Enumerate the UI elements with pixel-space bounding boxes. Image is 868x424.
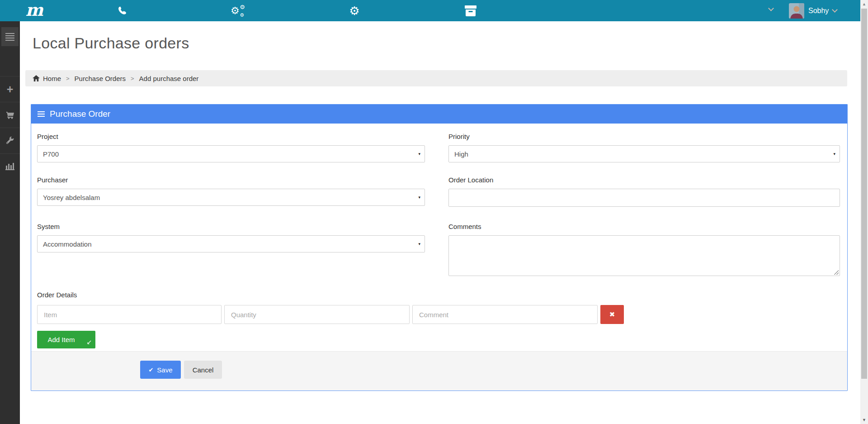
system-select-value: Accommodation bbox=[43, 240, 92, 248]
main-content: Local Purchase orders Home > Purchase Or… bbox=[20, 21, 860, 424]
vertical-scrollbar[interactable]: ▲ ▼ bbox=[860, 0, 868, 424]
comments-textarea[interactable] bbox=[448, 235, 840, 276]
cogs-icon-glyph: ⚙︎⚙︎⚙︎ bbox=[231, 4, 246, 18]
list-lines-icon bbox=[38, 110, 45, 118]
save-label: Save bbox=[157, 366, 172, 374]
cancel-button[interactable]: Cancel bbox=[184, 361, 222, 379]
chevron-down-icon: ▾ bbox=[418, 195, 420, 200]
user-name: Sobhy bbox=[808, 7, 829, 15]
user-avatar bbox=[789, 3, 804, 19]
purchaser-select[interactable]: Yosrey abdelsalam ▾ bbox=[37, 189, 425, 206]
x-icon: ✖ bbox=[609, 310, 615, 319]
order-location-label: Order Location bbox=[448, 176, 840, 184]
sidebar-toggle-button[interactable] bbox=[1, 27, 19, 46]
system-label: System bbox=[37, 223, 425, 231]
user-menu[interactable]: Sobhy bbox=[789, 0, 837, 21]
scroll-up-arrow[interactable]: ▲ bbox=[860, 2, 868, 6]
phone-icon[interactable] bbox=[108, 0, 137, 21]
purchaser-select-value: Yosrey abdelsalam bbox=[43, 194, 100, 201]
chevron-down-icon bbox=[832, 7, 838, 13]
quantity-input[interactable] bbox=[224, 305, 410, 324]
hamburger-menu-icon bbox=[5, 32, 14, 42]
project-label: Project bbox=[37, 133, 425, 141]
order-detail-row: ✖ bbox=[37, 305, 840, 324]
purchase-order-panel: Purchase Order Project P700 ▾ Priority H… bbox=[31, 104, 848, 391]
comments-label: Comments bbox=[448, 223, 840, 231]
order-details-section: Order Details ✖ Add Item bbox=[37, 291, 840, 348]
sidebar-item-tools[interactable] bbox=[0, 128, 20, 153]
phone-icon-glyph bbox=[117, 5, 127, 16]
check-icon: ✔ bbox=[148, 367, 153, 373]
breadcrumb: Home > Purchase Orders > Add purchase or… bbox=[25, 70, 847, 86]
order-details-label: Order Details bbox=[37, 291, 840, 299]
add-item-button[interactable]: Add Item bbox=[37, 331, 95, 348]
save-button[interactable]: ✔ Save bbox=[140, 361, 181, 379]
home-icon bbox=[33, 75, 40, 81]
project-select[interactable]: P700 ▾ bbox=[37, 145, 425, 162]
comments-field: Comments bbox=[448, 223, 840, 276]
purchaser-field: Purchaser Yosrey abdelsalam ▾ bbox=[37, 176, 425, 207]
scroll-down-arrow[interactable]: ▼ bbox=[860, 418, 868, 422]
panel-header: Purchase Order bbox=[31, 105, 847, 124]
item-input[interactable] bbox=[37, 305, 222, 324]
gear-icon-glyph: ⚙︎ bbox=[349, 5, 359, 17]
priority-select[interactable]: High ▾ bbox=[448, 145, 840, 162]
archive-box-icon-glyph bbox=[465, 5, 476, 16]
add-item-label: Add Item bbox=[47, 336, 75, 343]
panel-title: Purchase Order bbox=[50, 109, 110, 119]
priority-label: Priority bbox=[448, 133, 840, 141]
breadcrumb-home-link[interactable]: Home bbox=[33, 75, 61, 82]
page-title: Local Purchase orders bbox=[33, 33, 860, 53]
project-field: Project P700 ▾ bbox=[37, 133, 425, 162]
sidebar-item-add[interactable]: + bbox=[0, 76, 20, 102]
wrench-icon bbox=[6, 137, 14, 145]
purchaser-label: Purchaser bbox=[37, 176, 425, 184]
arrow-down-left-icon bbox=[87, 340, 91, 345]
cogs-icon[interactable]: ⚙︎⚙︎⚙︎ bbox=[224, 0, 253, 21]
top-navbar: m ⚙︎⚙︎⚙︎ ⚙︎ Sobhy bbox=[0, 0, 868, 21]
chevron-down-icon: ▾ bbox=[418, 152, 420, 156]
scrollbar-thumb[interactable] bbox=[861, 9, 867, 379]
breadcrumb-current: Add purchase order bbox=[139, 75, 199, 82]
breadcrumb-separator: > bbox=[66, 75, 70, 82]
project-select-value: P700 bbox=[43, 150, 59, 158]
chevron-down-icon: ▾ bbox=[833, 152, 835, 156]
shopping-cart-icon bbox=[6, 111, 14, 119]
breadcrumb-home-label: Home bbox=[43, 75, 61, 82]
breadcrumb-purchase-orders-link[interactable]: Purchase Orders bbox=[75, 75, 126, 82]
bar-chart-icon bbox=[5, 163, 14, 170]
comment-input[interactable] bbox=[412, 305, 598, 324]
panel-body: Project P700 ▾ Priority High ▾ Purchaser… bbox=[31, 124, 847, 351]
sidebar-item-reports[interactable] bbox=[0, 153, 20, 179]
brand-logo[interactable]: m bbox=[21, 0, 48, 21]
order-location-input[interactable] bbox=[448, 189, 840, 207]
panel-footer: ✔ Save Cancel bbox=[31, 351, 847, 391]
gear-icon[interactable]: ⚙︎ bbox=[340, 0, 369, 21]
chevron-down-icon: ▾ bbox=[418, 242, 420, 246]
sidebar-item-purchases[interactable] bbox=[0, 102, 20, 128]
order-location-field: Order Location bbox=[448, 176, 840, 207]
breadcrumb-separator: > bbox=[131, 75, 134, 82]
archive-box-icon[interactable] bbox=[456, 0, 485, 21]
priority-select-value: High bbox=[454, 150, 468, 158]
plus-icon: + bbox=[7, 83, 14, 96]
priority-field: Priority High ▾ bbox=[448, 133, 840, 162]
system-field: System Accommodation ▾ bbox=[37, 223, 425, 276]
left-sidebar: + bbox=[0, 21, 20, 424]
remove-row-button[interactable]: ✖ bbox=[600, 305, 624, 324]
system-select[interactable]: Accommodation ▾ bbox=[37, 235, 425, 252]
chevron-down-icon[interactable] bbox=[768, 5, 774, 11]
